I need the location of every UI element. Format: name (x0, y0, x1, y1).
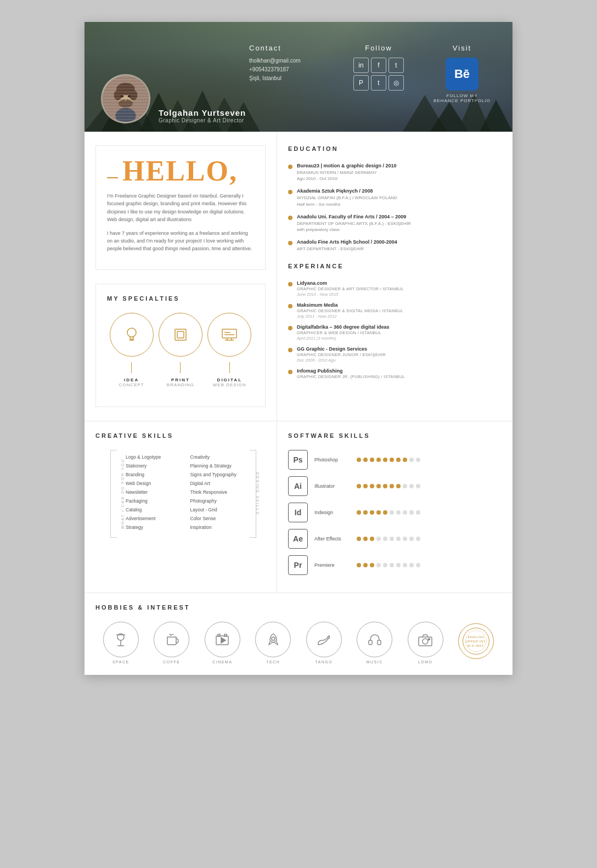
dot-filled (357, 510, 361, 515)
visit-section: Visit Bē FOLLOW MY BEHANCE PORTFOLIO (433, 44, 491, 103)
contact-email[interactable]: tholkhan@gmail.com (249, 58, 301, 64)
main-content: — HELLO, I'm Freelance Graphic Designer … (85, 132, 512, 421)
edu-school: Akademia Sztuk Pięknych / 2008 (297, 188, 397, 194)
hobby-label: COFFE (154, 660, 189, 664)
software-list: Ps Photoshop Ai Illustrator Id Indesign … (288, 450, 502, 575)
specialty-print: PRINT BRANDING (159, 313, 202, 387)
dot-empty (396, 537, 401, 541)
sw-icon: Ai (288, 476, 308, 496)
twitter-icon[interactable]: t (388, 58, 404, 73)
dot-empty (383, 563, 387, 567)
instagram-icon[interactable]: ◎ (388, 75, 404, 91)
hobby-item: TANGO (306, 622, 342, 664)
exp-date: April 2011 (3 months) (297, 336, 390, 341)
exp-company: Digitalfabrika – 360 degree digital idea… (297, 324, 390, 330)
specialty-idea: IDEA CONCEPT (110, 313, 154, 387)
dot-empty (416, 510, 420, 515)
specialties-section: MY SPECIALTIES IDEA (95, 284, 266, 407)
education-title: EDUCATION (288, 145, 502, 152)
edu-detail: ART DEPARTMENT - ESKİŞEHİR (297, 246, 397, 252)
dot-empty (409, 563, 414, 567)
dot-filled (390, 484, 394, 488)
svg-rect-43 (224, 634, 227, 636)
sw-name: After Effects (314, 536, 350, 542)
dot-empty (390, 537, 394, 541)
idea-circle (110, 313, 154, 357)
hobby-item: SPACE (103, 622, 139, 664)
avatar (101, 74, 150, 123)
creative-skills-title: CREATIVE SKILLS (95, 432, 266, 439)
tumblr-icon[interactable]: t (371, 75, 386, 91)
contact-address: Şişli, Istanbul (249, 75, 301, 81)
sw-icon: Ps (288, 450, 308, 470)
exp-dot (288, 282, 292, 286)
dot-filled (363, 537, 368, 541)
dot-filled (370, 537, 374, 541)
facebook-icon[interactable]: f (371, 58, 386, 73)
hobby-label: MUSIC (357, 660, 392, 664)
svg-rect-24 (103, 76, 149, 122)
dot-filled (363, 510, 368, 515)
hobby-item: CINEMA (205, 622, 240, 664)
creative-skills-col2: CreativityPlanning & StrategySigns and T… (188, 454, 244, 533)
exp-date: July 2011 - Now 2012 (297, 314, 403, 319)
education-item: Anadolu Uni. Faculty of Fine Arts / 2004… (288, 214, 502, 233)
dash-decoration: — (107, 171, 118, 183)
exp-role: GRAPHIC DESIGNER & DIGITAL MEDIA / ISTAN… (297, 308, 403, 313)
edu-date: Half term - Six months (297, 201, 397, 207)
dot-filled (357, 563, 361, 567)
dot-filled (390, 458, 394, 462)
edu-school: Anadolu Fine Arts High School / 2000-200… (297, 239, 397, 245)
visit-label: Visit (433, 44, 491, 52)
education-list: Bureau23 | motion & graphic design / 201… (288, 163, 502, 252)
cinema-icon (205, 622, 240, 657)
dot-filled (396, 484, 401, 488)
skill-item: Inspiration (188, 525, 244, 530)
skill-item: Strategy (123, 525, 179, 530)
dot-empty (416, 484, 420, 488)
svg-point-49 (423, 639, 428, 644)
follow-section: Follow in f t P t ◎ (353, 44, 404, 91)
software-skills-title: SOFTWARE SKILLS (288, 432, 502, 439)
hobby-item: ENGLISH UPPER INT. W.S.INST. (458, 623, 494, 662)
linkedin-icon[interactable]: in (353, 58, 369, 73)
dot-empty (396, 510, 401, 515)
behance-icon[interactable]: Bē (446, 58, 478, 91)
svg-point-25 (127, 328, 136, 337)
exp-date: June 2013 - Now 2015 (297, 292, 404, 297)
follow-label: Follow (353, 44, 404, 52)
skills-left-label: WHAT I CAN DO FOR YOU (121, 458, 125, 529)
software-item: Ae After Effects (288, 529, 502, 549)
exp-date: Dec 2009 - 2010 Agu (297, 358, 386, 363)
dot-empty (390, 563, 394, 567)
hobbies-title: HOBBIES & INTEREST (95, 604, 502, 611)
sw-dots (357, 537, 420, 541)
hobby-label: TECH (255, 660, 291, 664)
exp-company: Infomag Publishing (297, 368, 405, 374)
sw-name: Indesign (314, 510, 350, 515)
edu-detail: DEPARTMENT OF GRAPHIC ARTS (B.F.A.) - ES… (297, 221, 411, 227)
idea-sublabel: CONCEPT (110, 382, 154, 387)
skill-item: Planning & Strategy (188, 463, 244, 469)
hobby-item: TECH (255, 622, 291, 664)
svg-text:UPPER INT.: UPPER INT. (466, 640, 487, 643)
exp-company: GG Graphic - Design Services (297, 346, 386, 352)
digital-circle (207, 313, 251, 357)
svg-text:W.S.INST.: W.S.INST. (468, 644, 485, 647)
dot-empty (403, 510, 407, 515)
edu-date: Agu 2010 - Oct 2010 (297, 176, 397, 182)
software-item: Ps Photoshop (288, 450, 502, 470)
dot-filled (396, 458, 401, 462)
hello-title-row: — HELLO, (107, 157, 254, 185)
pinterest-icon[interactable]: P (353, 75, 369, 91)
lomo-icon (408, 622, 443, 657)
experience-item: GG Graphic - Design Services GRAPHIC DES… (288, 346, 502, 363)
dot-empty (416, 537, 420, 541)
resume-document: Tolgahan Yurtseven Graphic Designer & Ar… (85, 22, 512, 675)
sw-icon: Ae (288, 529, 308, 549)
creative-skills-col1: Logo & LogotypeStationeryBrandingWeb Des… (123, 454, 179, 533)
svg-rect-46 (369, 640, 372, 645)
creative-skills-section: CREATIVE SKILLS WHAT I CAN DO FOR YOU Lo… (85, 421, 277, 593)
dot-empty (416, 563, 420, 567)
hello-paragraph1: I'm Freelance Graphic Designer based on … (107, 192, 254, 224)
